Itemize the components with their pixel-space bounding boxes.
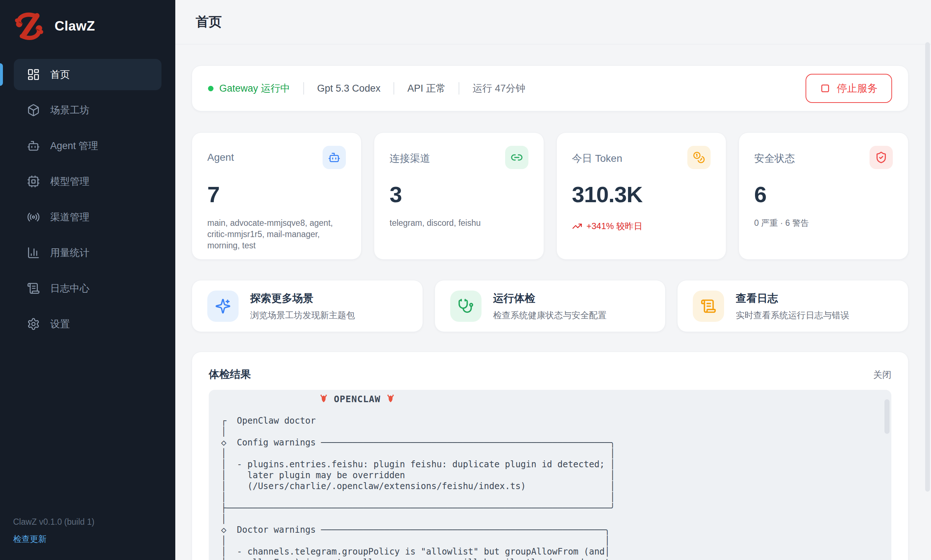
stat-card-agent: Agent 7 main, advocate-mmjsqve8, agent, … xyxy=(192,132,362,260)
action-badge xyxy=(450,291,482,322)
action-subtitle: 浏览场景工坊发现新主题包 xyxy=(250,309,355,321)
lobster-icon xyxy=(385,394,395,404)
sidebar-item-home[interactable]: 首页 xyxy=(14,59,162,90)
bot-icon xyxy=(27,139,40,152)
terminal-scrollbar[interactable] xyxy=(885,399,889,434)
app-name: ClawZ xyxy=(55,18,95,34)
api-status: API 正常 xyxy=(407,82,445,95)
stop-square-icon xyxy=(820,83,830,94)
scroll-icon xyxy=(27,282,40,295)
gateway-status: Gateway 运行中 xyxy=(208,82,290,95)
action-title: 运行体检 xyxy=(493,291,606,306)
bar-chart-icon xyxy=(27,246,40,259)
stop-service-button[interactable]: 停止服务 xyxy=(806,74,892,103)
stat-label: 连接渠道 xyxy=(389,152,430,165)
app-version: ClawZ v0.1.0 (build 1) xyxy=(13,517,162,527)
action-card-run-healthcheck[interactable]: 运行体检 检查系统健康状态与安全配置 xyxy=(435,280,666,332)
active-indicator xyxy=(0,63,3,86)
scroll-icon xyxy=(700,298,716,314)
openclaw-banner: OPENCLAW xyxy=(319,394,891,405)
cpu-icon xyxy=(27,175,40,188)
sidebar-item-agent-management[interactable]: Agent 管理 xyxy=(14,130,162,162)
stat-value: 3 xyxy=(389,182,528,207)
status-dot-icon xyxy=(208,86,214,91)
stop-service-label: 停止服务 xyxy=(837,82,877,95)
service-status-card: Gateway 运行中 Gpt 5.3 Codex API 正常 运行 47分钟… xyxy=(192,65,908,111)
bot-icon xyxy=(328,151,340,164)
stat-value: 310.3K xyxy=(572,182,711,207)
stat-value: 6 xyxy=(754,182,893,207)
sparkles-icon xyxy=(215,298,231,314)
sidebar-item-settings[interactable]: 设置 xyxy=(14,308,162,340)
clawz-dashboard: { "app": { "name": "ClawZ", "version": "… xyxy=(0,0,931,560)
check-update-link[interactable]: 检查更新 xyxy=(13,534,46,545)
shield-check-icon xyxy=(875,151,887,164)
radio-icon xyxy=(27,211,40,224)
action-subtitle: 实时查看系统运行日志与错误 xyxy=(736,309,849,321)
uptime-label: 运行 47分钟 xyxy=(472,82,526,95)
sidebar: ClawZ 首页 场景工坊 Agent 管理 模型管理 渠道管理 用量统计 xyxy=(0,0,175,560)
stat-card-token-today: 今日 Token 310.3K +341% 较昨日 xyxy=(556,132,726,260)
sidebar-nav: 首页 场景工坊 Agent 管理 模型管理 渠道管理 用量统计 日志中心 设置 xyxy=(0,50,175,340)
sidebar-item-scene-workshop[interactable]: 场景工坊 xyxy=(14,95,162,126)
divider xyxy=(303,82,304,95)
token-trend: +341% 较昨日 xyxy=(572,220,711,232)
trend-label: +341% 较昨日 xyxy=(586,220,643,232)
sidebar-item-label: 渠道管理 xyxy=(50,211,89,224)
stat-card-channels: 连接渠道 3 telegram, discord, feishu xyxy=(374,132,544,260)
divider xyxy=(394,82,394,95)
page-header: 首页 xyxy=(175,0,931,45)
content-scroll-area: Gateway 运行中 Gpt 5.3 Codex API 正常 运行 47分钟… xyxy=(175,45,931,560)
healthcheck-title: 体检结果 xyxy=(209,367,251,382)
gear-icon xyxy=(27,317,40,331)
app-logo-row: ClawZ xyxy=(0,0,175,50)
stethoscope-icon xyxy=(458,298,474,314)
box-icon xyxy=(27,104,40,117)
sidebar-item-label: 首页 xyxy=(50,68,70,81)
action-title: 探索更多场景 xyxy=(250,291,355,306)
sidebar-item-label: 场景工坊 xyxy=(50,104,89,117)
sidebar-item-label: Agent 管理 xyxy=(50,139,98,152)
lobster-icon xyxy=(319,394,329,404)
main-area: 首页 Gateway 运行中 Gpt 5.3 Codex API 正常 运行 4… xyxy=(175,0,931,560)
stat-badge xyxy=(505,146,528,169)
sidebar-item-channel-management[interactable]: 渠道管理 xyxy=(14,202,162,233)
openclaw-banner-text: OPENCLAW xyxy=(334,394,380,405)
clawz-lobster-logo xyxy=(12,9,46,43)
action-title: 查看日志 xyxy=(736,291,849,306)
sidebar-item-label: 日志中心 xyxy=(50,282,89,295)
sidebar-footer: ClawZ v0.1.0 (build 1) 检查更新 xyxy=(0,517,175,560)
actions-row: 探索更多场景 浏览场景工坊发现新主题包 运行体检 检查系统健康状态与安全配置 xyxy=(192,280,908,332)
action-card-view-logs[interactable]: 查看日志 实时查看系统运行日志与错误 xyxy=(677,280,908,332)
page-scrollbar[interactable] xyxy=(925,42,930,492)
sidebar-item-usage-stats[interactable]: 用量统计 xyxy=(14,237,162,268)
stats-row: Agent 7 main, advocate-mmjsqve8, agent, … xyxy=(192,132,908,260)
action-subtitle: 检查系统健康状态与安全配置 xyxy=(493,309,606,321)
sidebar-item-label: 用量统计 xyxy=(50,246,89,259)
divider xyxy=(459,82,459,95)
stat-card-security: 安全状态 6 0 严重 · 6 警告 xyxy=(739,132,908,260)
doctor-output: ┌ OpenClaw doctor │ ◇ Config warnings ──… xyxy=(221,405,891,560)
sidebar-item-log-center[interactable]: 日志中心 xyxy=(14,273,162,304)
dashboard-icon xyxy=(27,68,40,81)
stat-label: Agent xyxy=(207,152,234,163)
gateway-status-label: Gateway 运行中 xyxy=(219,82,290,95)
trending-up-icon xyxy=(572,221,582,231)
stat-subtext: telegram, discord, feishu xyxy=(389,217,528,229)
stat-label: 安全状态 xyxy=(754,152,795,165)
action-badge xyxy=(207,291,239,322)
healthcheck-terminal: OPENCLAW ┌ OpenClaw doctor │ ◇ Config wa… xyxy=(209,390,891,560)
action-card-explore-scenes[interactable]: 探索更多场景 浏览场景工坊发现新主题包 xyxy=(192,280,423,332)
status-items: Gateway 运行中 Gpt 5.3 Codex API 正常 运行 47分钟 xyxy=(208,82,526,95)
sidebar-item-label: 模型管理 xyxy=(50,175,89,188)
stat-subtext: 0 严重 · 6 警告 xyxy=(754,217,893,229)
coins-icon xyxy=(693,151,705,164)
action-badge xyxy=(693,291,724,322)
sidebar-item-model-management[interactable]: 模型管理 xyxy=(14,166,162,197)
sidebar-item-label: 设置 xyxy=(50,317,70,331)
model-name: Gpt 5.3 Codex xyxy=(317,83,380,94)
stat-subtext: main, advocate-mmjsqve8, agent, critic-m… xyxy=(207,217,346,251)
close-healthcheck-link[interactable]: 关闭 xyxy=(873,369,891,381)
stat-badge xyxy=(869,146,893,169)
page-title: 首页 xyxy=(195,13,222,31)
